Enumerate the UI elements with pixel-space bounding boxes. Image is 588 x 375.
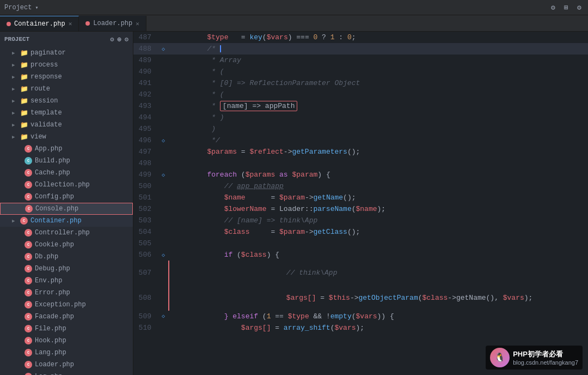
line-number: 496 [133, 135, 158, 146]
sidebar-item-facade[interactable]: ▶ C Facade.php [0, 311, 133, 323]
code-table: 487 $type = key($vars) === 0 ? 1 : 0; 48… [133, 32, 588, 334]
arrow-icon: ▶ [12, 122, 20, 128]
table-row: 497 $params = $reflect->getParameters(); [133, 146, 588, 158]
sidebar-item-config[interactable]: ▶ C Config.php [0, 191, 133, 203]
line-code: $params = $reflect->getParameters(); [169, 146, 588, 158]
item-label: Console.php [35, 205, 78, 213]
line-code: * Array [169, 55, 588, 66]
sidebar-item-response[interactable]: ▶ 📁 response [0, 71, 133, 83]
sidebar-item-route[interactable]: ▶ 📁 route [0, 83, 133, 95]
line-code: } elseif (1 == $type && !empty($vars)) { [169, 311, 588, 322]
sidebar-item-console[interactable]: ▶ C Console.php [0, 203, 133, 215]
sidebar-item-container[interactable]: ▶ C Container.php [0, 215, 133, 227]
line-number: 502 [133, 203, 158, 215]
line-number: 510 [133, 322, 158, 334]
sidebar-gear-icon[interactable]: ⊕ [118, 35, 121, 44]
arrow-icon: ▶ [12, 74, 20, 80]
sidebar-gear2-icon[interactable]: ⚙ [125, 35, 128, 44]
sidebar-item-db[interactable]: ▶ C Db.php [0, 251, 133, 263]
sidebar-item-template[interactable]: ▶ 📁 template [0, 107, 133, 119]
table-row: 501 $name = $param->getName(); [133, 192, 588, 203]
php-file-icon: C [24, 204, 33, 213]
line-code: if ($class) { [169, 249, 588, 261]
tab-loader[interactable]: Loader.php ✕ [79, 16, 146, 31]
line-gutter [158, 66, 169, 77]
sidebar-item-env[interactable]: ▶ C Env.php [0, 275, 133, 287]
item-label: Config.php [35, 193, 74, 201]
sidebar-item-cookie[interactable]: ▶ C Cookie.php [0, 239, 133, 251]
sidebar-item-exception[interactable]: ▶ C Exception.php [0, 299, 133, 311]
item-label: Hook.php [35, 337, 66, 344]
sidebar-item-cache[interactable]: ▶ C Cache.php [0, 167, 133, 179]
sidebar-item-process[interactable]: ▶ 📁 process [0, 59, 133, 71]
sidebar-item-log[interactable]: ▶ C Log.php [0, 371, 133, 375]
sidebar-item-app[interactable]: ▶ C App.php [0, 143, 133, 155]
line-code: * ( [169, 89, 588, 100]
layout-icon[interactable]: ⊞ [562, 3, 571, 12]
code-editor[interactable]: 487 $type = key($vars) === 0 ? 1 : 0; 48… [133, 32, 588, 375]
line-code: $lowerName = Loader::parseName($name); [169, 203, 588, 215]
line-gutter [158, 261, 169, 286]
line-code: // [name] => think\App [169, 215, 588, 226]
item-label: process [30, 61, 58, 69]
sidebar-item-build[interactable]: ▶ C Build.php [0, 155, 133, 167]
php-file-icon: C [24, 192, 33, 201]
item-label: route [30, 85, 50, 93]
header-project: Project ▾ [4, 4, 38, 11]
tab-container[interactable]: Container.php ✕ [0, 16, 79, 31]
line-gutter [158, 180, 169, 192]
php-file-icon: C [24, 168, 33, 177]
table-row: 506 ◇ if ($class) { [133, 249, 588, 261]
php-file-icon: C [24, 372, 33, 375]
folder-icon: 📁 [20, 49, 28, 57]
sidebar-item-hook[interactable]: ▶ C Hook.php [0, 335, 133, 347]
sidebar-item-controller[interactable]: ▶ C Controller.php [0, 227, 133, 239]
sidebar-item-lang[interactable]: ▶ C Lang.php [0, 347, 133, 359]
php-file-icon: C [24, 252, 33, 261]
line-code: /* [169, 43, 588, 55]
tabs-bar: Container.php ✕ Loader.php ✕ [0, 15, 588, 32]
tab-close-loader[interactable]: ✕ [136, 20, 139, 27]
line-gutter [158, 226, 169, 238]
line-gutter [158, 192, 169, 203]
item-label: Build.php [35, 157, 70, 165]
line-code [169, 158, 588, 169]
sidebar-item-collection[interactable]: ▶ C Collection.php [0, 179, 133, 191]
item-label: paginator [30, 49, 66, 57]
line-number: 488 [133, 43, 158, 55]
item-label: view [30, 133, 46, 141]
settings-icon[interactable]: ⚙ [549, 3, 558, 12]
sidebar-item-paginator[interactable]: ▶ 📁 paginator [0, 47, 133, 59]
line-gutter [158, 158, 169, 169]
folder-icon: 📁 [20, 108, 28, 117]
sidebar-header-icons: ⚙ ⊕ ⚙ [110, 35, 128, 44]
tab-close-container[interactable]: ✕ [69, 20, 72, 27]
line-gutter [158, 77, 169, 89]
line-number: 492 [133, 89, 158, 100]
sidebar-item-error[interactable]: ▶ C Error.php [0, 287, 133, 299]
php-file-icon: C [24, 348, 33, 357]
line-gutter [158, 215, 169, 226]
table-row: 490 * ( [133, 66, 588, 77]
watermark: 🐧 PHP初学者必看 blog.csdn.net/fangkang7 [486, 346, 583, 370]
php-file-icon: C [20, 216, 28, 225]
line-gutter: ◇ [158, 249, 169, 261]
sidebar-settings-icon[interactable]: ⚙ [110, 35, 114, 44]
tab-label-loader: Loader.php [93, 20, 132, 27]
arrow-icon: ▶ [12, 218, 20, 224]
sidebar-item-session[interactable]: ▶ 📁 session [0, 95, 133, 107]
line-gutter: ◇ [158, 169, 169, 180]
sidebar-item-debug[interactable]: ▶ C Debug.php [0, 263, 133, 275]
sidebar-item-file[interactable]: ▶ C File.php [0, 323, 133, 335]
sidebar-item-validate[interactable]: ▶ 📁 validate [0, 119, 133, 131]
folder-icon: 📁 [20, 72, 28, 81]
line-number: 500 [133, 180, 158, 192]
item-label: Debug.php [35, 265, 70, 273]
item-label: template [30, 109, 62, 117]
item-label: Lang.php [35, 349, 66, 356]
sidebar-item-loader[interactable]: ▶ C Loader.php [0, 359, 133, 371]
sidebar[interactable]: Project ⚙ ⊕ ⚙ ▶ 📁 paginator ▶ 📁 process … [0, 32, 133, 375]
gear-icon[interactable]: ⚙ [575, 3, 584, 12]
line-gutter: ◇ [158, 43, 169, 55]
sidebar-item-view[interactable]: ▶ 📁 view [0, 131, 133, 143]
